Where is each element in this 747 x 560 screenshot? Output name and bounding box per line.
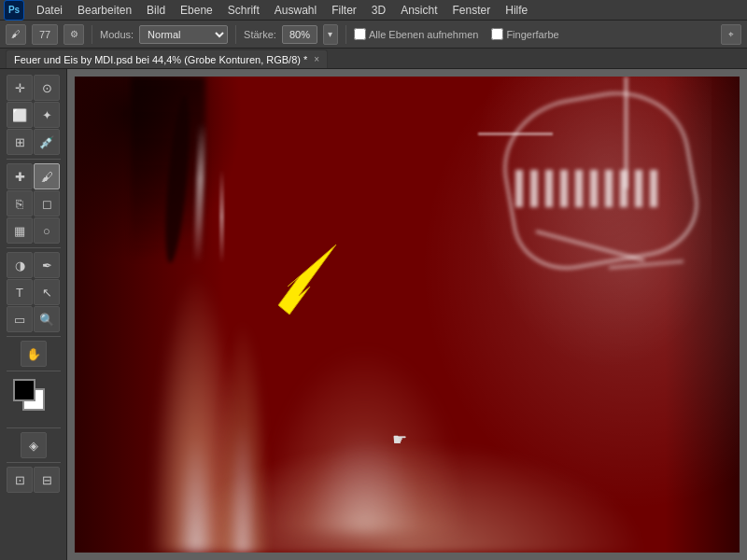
divider-3 bbox=[345, 25, 346, 44]
main-area: ✛ ⊙ ⬜ ✦ ⊞ 💉 ✚ 🖌 ⎘ ◻ ▦ ○ ◑ bbox=[0, 69, 747, 560]
tool-row-4: ✚ 🖌 bbox=[7, 163, 60, 189]
modus-label: Modus: bbox=[100, 29, 134, 40]
tab-title: Feuer und Eis by MDI.psd bei 44,4% (Grob… bbox=[14, 54, 307, 65]
tool-sep-6 bbox=[7, 462, 61, 463]
ps-logo: Ps bbox=[4, 0, 24, 21]
staerke-input[interactable] bbox=[282, 25, 317, 44]
left-toolbar: ✛ ⊙ ⬜ ✦ ⊞ 💉 ✚ 🖌 ⎘ ◻ ▦ ○ ◑ bbox=[0, 69, 67, 560]
fingerfarbe-checkbox[interactable] bbox=[491, 28, 503, 40]
color-picker-wrap[interactable] bbox=[13, 379, 54, 420]
tool-screen-mode[interactable]: ⊡ bbox=[7, 467, 33, 493]
tool-quickmask[interactable]: ◈ bbox=[21, 432, 47, 458]
wand-icon[interactable]: ⌖ bbox=[721, 24, 741, 45]
tool-marquee[interactable]: ⬜ bbox=[7, 102, 33, 128]
tool-row-6: ▦ ○ bbox=[7, 217, 60, 244]
glow-teeth bbox=[515, 170, 665, 207]
tool-sep-1 bbox=[7, 159, 61, 160]
tool-crop[interactable]: ⊞ bbox=[7, 129, 33, 155]
tool-healing[interactable]: ✚ bbox=[7, 163, 33, 189]
menu-datei[interactable]: Datei bbox=[30, 2, 69, 19]
modus-select[interactable]: Normal Multiplizieren Abwedeln bbox=[139, 25, 228, 44]
tool-screen-mode-2[interactable]: ⊟ bbox=[34, 467, 60, 493]
staerke-label: Stärke: bbox=[244, 29, 276, 40]
tool-sep-3 bbox=[7, 336, 61, 337]
alle-ebenen-checkbox[interactable] bbox=[354, 28, 366, 40]
menu-ansicht[interactable]: Ansicht bbox=[394, 2, 444, 19]
tool-row-7: ◑ ✒ bbox=[7, 252, 60, 278]
alle-ebenen-label: Alle Ebenen aufnehmen bbox=[369, 29, 478, 40]
tool-row-9: ▭ 🔍 bbox=[7, 306, 60, 332]
tab-close-button[interactable]: × bbox=[314, 54, 319, 64]
glow-line-2 bbox=[478, 133, 553, 135]
tool-text[interactable]: T bbox=[7, 279, 33, 305]
menu-hilfe[interactable]: Hilfe bbox=[499, 2, 534, 19]
divider-1 bbox=[92, 25, 92, 44]
menu-fenster[interactable]: Fenster bbox=[446, 2, 498, 19]
menu-bar: Ps Datei Bearbeiten Bild Ebene Schrift A… bbox=[0, 0, 747, 21]
tool-clone[interactable]: ⎘ bbox=[7, 190, 33, 217]
brush-options-icon[interactable]: ⚙ bbox=[63, 24, 84, 45]
canvas-area[interactable]: ☛ bbox=[67, 69, 747, 560]
menu-bearbeiten[interactable]: Bearbeiten bbox=[71, 2, 138, 19]
tool-row-8: T ↖ bbox=[7, 279, 60, 305]
toolbar: 🖌 77 ⚙ Modus: Normal Multiplizieren Abwe… bbox=[0, 21, 747, 49]
menu-filter[interactable]: Filter bbox=[325, 2, 363, 19]
tool-row-mode: ◈ bbox=[21, 432, 47, 458]
fingerfarbe-wrap[interactable]: Fingerfarbe bbox=[491, 28, 558, 40]
ps-canvas: ☛ bbox=[75, 77, 740, 553]
tool-eraser[interactable]: ◻ bbox=[34, 190, 60, 217]
divider-2 bbox=[235, 25, 236, 44]
tool-row-3: ⊞ 💉 bbox=[7, 129, 60, 155]
streak-2 bbox=[219, 170, 224, 263]
tool-sep-5 bbox=[7, 427, 61, 428]
tool-hand[interactable]: ✋ bbox=[21, 341, 47, 367]
tool-move[interactable]: ✛ bbox=[7, 75, 33, 101]
tool-blur[interactable]: ○ bbox=[34, 217, 60, 244]
menu-3d[interactable]: 3D bbox=[365, 2, 392, 19]
menu-bild[interactable]: Bild bbox=[140, 2, 172, 19]
tool-row-5: ⎘ ◻ bbox=[7, 190, 60, 217]
brush-size-icon[interactable]: 77 bbox=[32, 24, 58, 45]
tool-row-2: ⬜ ✦ bbox=[7, 102, 60, 128]
brush-tool-icon[interactable]: 🖌 bbox=[6, 24, 26, 45]
tool-path[interactable]: ↖ bbox=[34, 279, 60, 305]
menu-schrift[interactable]: Schrift bbox=[221, 2, 266, 19]
tool-magic-wand[interactable]: ✦ bbox=[34, 102, 60, 128]
tool-brush[interactable]: 🖌 bbox=[34, 163, 60, 189]
tool-row-1: ✛ ⊙ bbox=[7, 75, 60, 101]
tool-zoom[interactable]: 🔍 bbox=[34, 306, 60, 332]
color-foreground[interactable] bbox=[13, 379, 35, 401]
tool-sep-2 bbox=[7, 247, 61, 248]
tool-dodge[interactable]: ◑ bbox=[7, 252, 33, 278]
tool-lasso[interactable]: ⊙ bbox=[34, 75, 60, 101]
tool-gradient[interactable]: ▦ bbox=[7, 217, 33, 244]
alle-ebenen-wrap[interactable]: Alle Ebenen aufnehmen bbox=[354, 28, 478, 40]
main-tab[interactable]: Feuer und Eis by MDI.psd bei 44,4% (Grob… bbox=[6, 49, 328, 68]
tool-row-10: ✋ bbox=[21, 341, 47, 367]
tool-eyedropper[interactable]: 💉 bbox=[34, 129, 60, 155]
fingerfarbe-label: Fingerfarbe bbox=[506, 29, 558, 40]
menu-ebene[interactable]: Ebene bbox=[174, 2, 219, 19]
tool-row-screen: ⊡ ⊟ bbox=[7, 467, 60, 493]
staerke-dropdown-icon[interactable]: ▾ bbox=[323, 24, 338, 45]
tool-shape[interactable]: ▭ bbox=[7, 306, 33, 332]
tool-sep-4 bbox=[7, 371, 61, 371]
menu-auswahl[interactable]: Auswahl bbox=[268, 2, 323, 19]
tool-pen[interactable]: ✒ bbox=[34, 252, 60, 278]
tab-bar: Feuer und Eis by MDI.psd bei 44,4% (Grob… bbox=[0, 49, 747, 69]
